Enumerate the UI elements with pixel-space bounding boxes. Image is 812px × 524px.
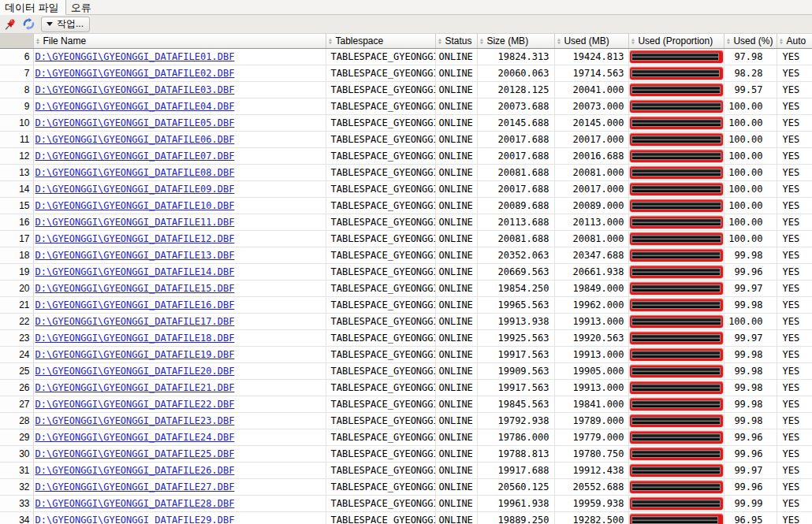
table-row[interactable]: 27D:\GYEONGGI\GYEONGGI_DATAFILE22.DBFTAB…	[0, 396, 812, 412]
file-name-link[interactable]: D:\GYEONGGI\GYEONGGI_DATAFILE13.DBF	[35, 250, 235, 261]
table-row[interactable]: 6D:\GYEONGGI\GYEONGGI_DATAFILE01.DBFTABL…	[0, 48, 812, 65]
file-name-link[interactable]: D:\GYEONGGI\GYEONGGI_DATAFILE24.DBF	[35, 432, 235, 443]
row-number-cell[interactable]: 11	[0, 131, 33, 147]
column-header-used-proportion[interactable]: ▲▼Used (Proportion)	[628, 34, 724, 48]
file-name-link[interactable]: D:\GYEONGGI\GYEONGGI_DATAFILE15.DBF	[35, 283, 235, 294]
sort-icon[interactable]: ▲▼	[726, 38, 732, 44]
row-number-cell[interactable]: 13	[0, 164, 33, 180]
row-number-cell[interactable]: 33	[0, 495, 33, 511]
row-number-cell[interactable]: 9	[0, 98, 33, 114]
table-row[interactable]: 20D:\GYEONGGI\GYEONGGI_DATAFILE15.DBFTAB…	[0, 280, 812, 296]
sort-icon[interactable]: ▲▼	[479, 38, 485, 44]
row-number-cell[interactable]: 17	[0, 230, 33, 247]
table-row[interactable]: 30D:\GYEONGGI\GYEONGGI_DATAFILE25.DBFTAB…	[0, 445, 812, 462]
row-number-cell[interactable]: 6	[0, 48, 33, 65]
row-number-cell[interactable]: 23	[0, 329, 33, 346]
row-number-cell[interactable]: 7	[0, 65, 33, 81]
sort-icon[interactable]: ▲▼	[438, 38, 443, 44]
file-name-link[interactable]: D:\GYEONGGI\GYEONGGI_DATAFILE27.DBF	[35, 481, 235, 492]
file-name-link[interactable]: D:\GYEONGGI\GYEONGGI_DATAFILE03.DBF	[35, 84, 235, 95]
row-number-cell[interactable]: 21	[0, 296, 33, 313]
table-row[interactable]: 33D:\GYEONGGI\GYEONGGI_DATAFILE28.DBFTAB…	[0, 495, 812, 511]
table-row[interactable]: 26D:\GYEONGGI\GYEONGGI_DATAFILE21.DBFTAB…	[0, 379, 812, 396]
actions-button[interactable]: 작업...	[41, 17, 90, 32]
file-name-link[interactable]: D:\GYEONGGI\GYEONGGI_DATAFILE20.DBF	[35, 366, 235, 377]
file-name-link[interactable]: D:\GYEONGGI\GYEONGGI_DATAFILE21.DBF	[35, 382, 235, 393]
sort-icon[interactable]: ▲▼	[557, 38, 562, 44]
table-row[interactable]: 14D:\GYEONGGI\GYEONGGI_DATAFILE09.DBFTAB…	[0, 180, 812, 197]
file-name-link[interactable]: D:\GYEONGGI\GYEONGGI_DATAFILE25.DBF	[35, 448, 235, 459]
row-number-cell[interactable]: 32	[0, 478, 33, 495]
file-name-link[interactable]: D:\GYEONGGI\GYEONGGI_DATAFILE12.DBF	[35, 233, 235, 244]
file-name-link[interactable]: D:\GYEONGGI\GYEONGGI_DATAFILE01.DBF	[35, 51, 235, 62]
file-name-link[interactable]: D:\GYEONGGI\GYEONGGI_DATAFILE11.DBF	[35, 217, 235, 228]
file-name-link[interactable]: D:\GYEONGGI\GYEONGGI_DATAFILE06.DBF	[35, 134, 235, 145]
sort-icon[interactable]: ▲▼	[35, 38, 41, 44]
file-name-link[interactable]: D:\GYEONGGI\GYEONGGI_DATAFILE10.DBF	[35, 200, 235, 211]
sort-icon[interactable]: ▲▼	[631, 38, 636, 44]
row-number-cell[interactable]: 27	[0, 396, 33, 412]
table-row[interactable]: 8D:\GYEONGGI\GYEONGGI_DATAFILE03.DBFTABL…	[0, 81, 812, 98]
table-row[interactable]: 10D:\GYEONGGI\GYEONGGI_DATAFILE05.DBFTAB…	[0, 114, 812, 131]
table-row[interactable]: 11D:\GYEONGGI\GYEONGGI_DATAFILE06.DBFTAB…	[0, 131, 812, 147]
file-name-link[interactable]: D:\GYEONGGI\GYEONGGI_DATAFILE17.DBF	[35, 316, 235, 327]
table-row[interactable]: 19D:\GYEONGGI\GYEONGGI_DATAFILE14.DBFTAB…	[0, 263, 812, 280]
column-header-file-name[interactable]: ▲▼File Name	[33, 34, 326, 48]
file-name-link[interactable]: D:\GYEONGGI\GYEONGGI_DATAFILE19.DBF	[35, 349, 235, 360]
file-name-link[interactable]: D:\GYEONGGI\GYEONGGI_DATAFILE02.DBF	[35, 68, 235, 79]
column-header-size-mb[interactable]: ▲▼Size (MB)	[477, 34, 554, 48]
table-row[interactable]: 32D:\GYEONGGI\GYEONGGI_DATAFILE27.DBFTAB…	[0, 478, 812, 495]
file-name-link[interactable]: D:\GYEONGGI\GYEONGGI_DATAFILE04.DBF	[35, 101, 235, 112]
file-name-link[interactable]: D:\GYEONGGI\GYEONGGI_DATAFILE28.DBF	[35, 498, 235, 509]
table-row[interactable]: 17D:\GYEONGGI\GYEONGGI_DATAFILE12.DBFTAB…	[0, 230, 812, 247]
row-number-cell[interactable]: 15	[0, 197, 33, 214]
row-number-cell[interactable]: 24	[0, 346, 33, 362]
column-header-used-percent[interactable]: ▲▼Used (%)	[724, 34, 777, 48]
row-number-cell[interactable]: 18	[0, 247, 33, 263]
file-name-link[interactable]: D:\GYEONGGI\GYEONGGI_DATAFILE07.DBF	[35, 151, 235, 162]
file-name-link[interactable]: D:\GYEONGGI\GYEONGGI_DATAFILE09.DBF	[35, 184, 235, 195]
row-number-cell[interactable]: 22	[0, 313, 33, 329]
row-number-cell[interactable]: 31	[0, 462, 33, 478]
table-row[interactable]: 22D:\GYEONGGI\GYEONGGI_DATAFILE17.DBFTAB…	[0, 313, 812, 329]
table-row[interactable]: 29D:\GYEONGGI\GYEONGGI_DATAFILE24.DBFTAB…	[0, 429, 812, 445]
file-name-link[interactable]: D:\GYEONGGI\GYEONGGI_DATAFILE29.DBF	[35, 515, 235, 524]
row-number-cell[interactable]: 10	[0, 114, 33, 131]
row-number-cell[interactable]: 14	[0, 180, 33, 197]
table-row[interactable]: 9D:\GYEONGGI\GYEONGGI_DATAFILE04.DBFTABL…	[0, 98, 812, 114]
column-header-auto[interactable]: ▲▼Auto	[777, 34, 812, 48]
row-number-cell[interactable]: 12	[0, 147, 33, 164]
row-number-cell[interactable]: 19	[0, 263, 33, 280]
table-row[interactable]: 16D:\GYEONGGI\GYEONGGI_DATAFILE11.DBFTAB…	[0, 214, 812, 230]
file-name-link[interactable]: D:\GYEONGGI\GYEONGGI_DATAFILE16.DBF	[35, 299, 235, 310]
sort-icon[interactable]: ▲▼	[328, 38, 333, 44]
table-row[interactable]: 21D:\GYEONGGI\GYEONGGI_DATAFILE16.DBFTAB…	[0, 296, 812, 313]
row-number-cell[interactable]: 30	[0, 445, 33, 462]
table-row[interactable]: 7D:\GYEONGGI\GYEONGGI_DATAFILE02.DBFTABL…	[0, 65, 812, 81]
table-row[interactable]: 31D:\GYEONGGI\GYEONGGI_DATAFILE26.DBFTAB…	[0, 462, 812, 478]
table-row[interactable]: 25D:\GYEONGGI\GYEONGGI_DATAFILE20.DBFTAB…	[0, 362, 812, 379]
pushpin-icon[interactable]	[3, 17, 17, 32]
file-name-link[interactable]: D:\GYEONGGI\GYEONGGI_DATAFILE26.DBF	[35, 465, 235, 476]
file-name-link[interactable]: D:\GYEONGGI\GYEONGGI_DATAFILE05.DBF	[35, 117, 235, 128]
column-header-used-mb[interactable]: ▲▼Used (MB)	[554, 34, 628, 48]
refresh-icon[interactable]	[21, 17, 35, 32]
row-number-cell[interactable]: 20	[0, 280, 33, 296]
row-number-cell[interactable]: 26	[0, 379, 33, 396]
file-name-link[interactable]: D:\GYEONGGI\GYEONGGI_DATAFILE08.DBF	[35, 167, 235, 178]
row-number-cell[interactable]: 34	[0, 511, 33, 524]
file-name-link[interactable]: D:\GYEONGGI\GYEONGGI_DATAFILE23.DBF	[35, 415, 235, 426]
row-number-cell[interactable]: 25	[0, 362, 33, 379]
table-row[interactable]: 34D:\GYEONGGI\GYEONGGI_DATAFILE29.DBFTAB…	[0, 511, 812, 524]
table-row[interactable]: 13D:\GYEONGGI\GYEONGGI_DATAFILE08.DBFTAB…	[0, 164, 812, 180]
row-number-cell[interactable]: 8	[0, 81, 33, 98]
table-row[interactable]: 23D:\GYEONGGI\GYEONGGI_DATAFILE18.DBFTAB…	[0, 329, 812, 346]
column-header-status[interactable]: ▲▼Status	[435, 34, 477, 48]
file-name-link[interactable]: D:\GYEONGGI\GYEONGGI_DATAFILE22.DBF	[35, 399, 235, 410]
row-number-cell[interactable]: 16	[0, 214, 33, 230]
row-number-cell[interactable]: 29	[0, 429, 33, 445]
table-row[interactable]: 18D:\GYEONGGI\GYEONGGI_DATAFILE13.DBFTAB…	[0, 247, 812, 263]
table-row[interactable]: 28D:\GYEONGGI\GYEONGGI_DATAFILE23.DBFTAB…	[0, 412, 812, 429]
table-row[interactable]: 15D:\GYEONGGI\GYEONGGI_DATAFILE10.DBFTAB…	[0, 197, 812, 214]
table-row[interactable]: 12D:\GYEONGGI\GYEONGGI_DATAFILE07.DBFTAB…	[0, 147, 812, 164]
